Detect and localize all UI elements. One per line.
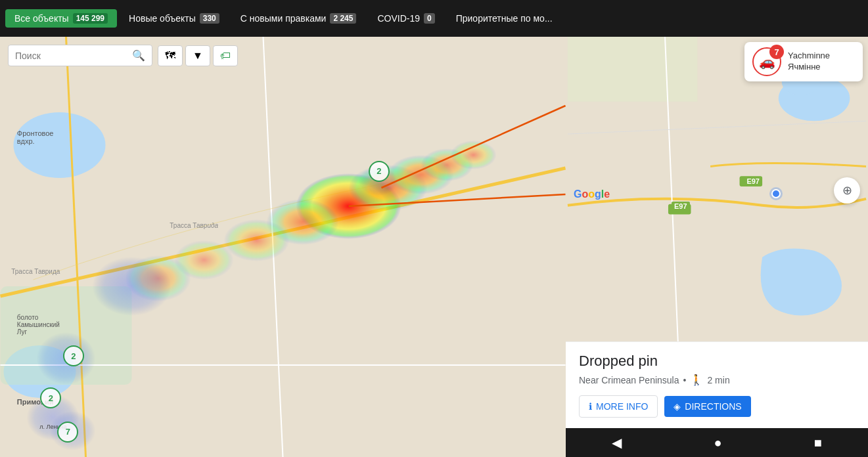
nav-item-priority[interactable]: Приоритетные по мо... — [447, 9, 562, 28]
cluster-marker-c3[interactable]: 2 — [40, 387, 61, 408]
location-blue-dot — [771, 189, 781, 198]
search-input[interactable] — [15, 51, 132, 61]
nav-badge-new-rules: 2 245 — [330, 13, 356, 24]
nav-item-covid[interactable]: COVID-19 0 — [368, 9, 444, 28]
search-input-wrap[interactable]: 🔍 — [8, 45, 152, 66]
nav-label-new-rules: С новыми правками — [240, 13, 327, 24]
nav-item-new[interactable]: Новые объекты 330 — [120, 9, 229, 28]
nav-label-priority: Приоритетные по мо... — [456, 13, 553, 24]
right-panel: E97 E97 🚗 7 Yachminne Ячмінне ▲ Google — [566, 37, 868, 457]
svg-line-3 — [1, 168, 566, 296]
more-info-button[interactable]: ℹ MORE INFO — [579, 395, 658, 418]
svg-line-4 — [66, 37, 86, 457]
nav-item-all[interactable]: Все объекты 145 299 — [5, 9, 117, 28]
nav-label-new: Новые объекты — [129, 13, 196, 24]
more-info-label: MORE INFO — [596, 401, 648, 412]
walk-icon: 🚶 — [690, 374, 703, 386]
location-subtitle: Near Crimean Peninsula • 🚶 2 min — [579, 374, 855, 386]
notif-icon-wrap: 🚗 7 — [752, 47, 781, 76]
svg-line-5 — [263, 37, 283, 457]
walk-time: 2 min — [707, 375, 729, 385]
nav-badge-all: 145 299 — [73, 13, 108, 24]
svg-rect-26 — [568, 37, 697, 102]
google-map-svg — [566, 37, 868, 341]
toolbar-group: 🗺 ▼ 🏷 — [158, 45, 238, 66]
notification-card[interactable]: 🚗 7 Yachminne Ячмінне — [744, 42, 863, 81]
filter-button[interactable]: ▼ — [185, 45, 210, 66]
nav-badge-new: 330 — [200, 13, 219, 24]
locate-button[interactable]: ⊕ — [834, 177, 860, 204]
subtitle-dot: • — [683, 375, 687, 385]
search-bar: 🔍 🗺 ▼ 🏷 — [8, 45, 238, 66]
home-button[interactable]: ● — [714, 435, 721, 450]
notif-location-line2: Ячмінне — [788, 62, 830, 73]
svg-rect-2 — [1, 286, 132, 385]
notif-badge: 7 — [769, 45, 784, 59]
info-icon: ℹ — [589, 401, 592, 412]
map-e97-label-1: E97 — [672, 202, 690, 211]
location-title: Dropped pin — [579, 353, 855, 370]
location-subtitle-text: Near Crimean Peninsula — [579, 375, 679, 385]
notif-location-text: Yachminne Ячмінне — [788, 51, 830, 73]
tag-button[interactable]: 🏷 — [213, 45, 238, 66]
google-logo: Google — [574, 188, 610, 200]
nav-label-all: Все объекты — [14, 13, 69, 24]
directions-label: DIRECTIONS — [685, 401, 741, 412]
nav-item-new-rules[interactable]: С новыми правками 2 245 — [231, 9, 366, 28]
directions-icon: ◈ — [674, 401, 681, 412]
cluster-marker-c2[interactable]: 2 — [63, 345, 84, 366]
cluster-marker-c4[interactable]: 7 — [57, 422, 78, 443]
google-map-area[interactable]: E97 E97 🚗 7 Yachminne Ячмінне ▲ Google — [566, 37, 868, 341]
location-card: Dropped pin Near Crimean Peninsula • 🚶 2… — [566, 341, 868, 428]
nav-badge-covid: 0 — [424, 13, 435, 24]
cluster-marker-c1[interactable]: 2 — [369, 161, 390, 182]
map-e97-label-2: E97 — [744, 177, 762, 186]
search-icon[interactable]: 🔍 — [132, 49, 145, 62]
main-content: Фронтовоевдхр. Трасса Таврида Трасса Тав… — [0, 37, 868, 457]
map-background: Фронтовоевдхр. Трасса Таврида Трасса Тав… — [0, 37, 566, 457]
map-svg — [0, 37, 566, 457]
top-navigation: Все объекты 145 299 Новые объекты 330 С … — [0, 0, 868, 37]
location-actions: ℹ MORE INFO ◈ DIRECTIONS — [579, 395, 855, 418]
nav-label-covid: COVID-19 — [377, 13, 420, 24]
back-button[interactable]: ◀ — [612, 435, 622, 450]
map-view-button[interactable]: 🗺 — [158, 45, 183, 66]
directions-button[interactable]: ◈ DIRECTIONS — [664, 396, 750, 417]
recents-button[interactable]: ■ — [814, 435, 822, 450]
svg-point-0 — [14, 112, 106, 178]
android-nav-bar: ◀ ● ■ — [566, 428, 868, 457]
notif-location-line1: Yachminne — [788, 51, 830, 62]
left-map-panel[interactable]: Фронтовоевдхр. Трасса Таврида Трасса Тав… — [0, 37, 566, 457]
